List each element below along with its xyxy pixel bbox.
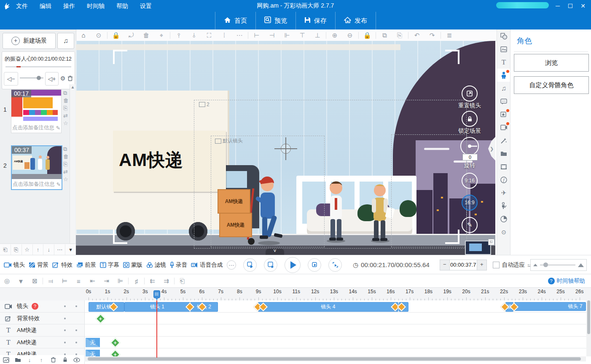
delete-scene-icon[interactable]: 🗑 — [63, 153, 69, 161]
camera-zone-default[interactable] — [211, 136, 325, 247]
scene-mini-preview[interactable] — [465, 241, 491, 255]
camera-segment[interactable]: 镜头 1 — [124, 302, 190, 312]
paste-icon[interactable]: ⎘ — [392, 32, 407, 39]
track-label-1[interactable]: 镜头? — [0, 300, 85, 312]
sidebar-scrollbar[interactable]: ▲ — [70, 84, 75, 255]
strip-animation-effect-icon[interactable] — [497, 134, 510, 147]
align-middle-icon[interactable]: ≡ — [72, 278, 86, 285]
mask-tool-button[interactable]: 蒙版 — [123, 261, 142, 269]
camera-tool-button[interactable]: 镜头 — [4, 261, 25, 269]
camera-segment[interactable]: 镜头 7 — [514, 302, 586, 311]
favorite-scene-icon[interactable]: ☆ — [63, 120, 69, 127]
strip-movie-icon[interactable] — [497, 160, 510, 173]
track-label-4[interactable]: TAM快递 — [0, 337, 85, 348]
rotate-value-input[interactable]: 0 — [462, 154, 478, 161]
track-option-dot[interactable] — [75, 329, 77, 331]
custom-bone-character-button[interactable]: 自定义骨骼角色 — [514, 76, 589, 94]
more-icon[interactable]: ⋯ — [54, 244, 65, 255]
scene-2-note[interactable]: 点击添加备注信息 ✎ — [12, 179, 62, 189]
track-label-2[interactable]: 背景特效 — [0, 313, 85, 324]
move-down-icon[interactable]: ↓ — [24, 357, 35, 363]
strip-effect-sticker-icon[interactable] — [497, 108, 510, 121]
track-label-3[interactable]: TAM快递 — [0, 324, 85, 336]
redo-icon[interactable]: ↷ — [424, 32, 440, 39]
effect-tool-button[interactable]: 特效 — [52, 261, 73, 269]
clear-selection-icon[interactable]: ⊠ — [28, 277, 42, 285]
subtitle-tool-button[interactable]: I字幕 — [100, 261, 119, 269]
record-tool-button[interactable]: 录音 — [170, 261, 187, 269]
tts-tool-button[interactable]: 文语音合成 — [191, 261, 223, 269]
align-end-icon[interactable]: ⊨ — [58, 277, 72, 285]
menu-item-2[interactable]: 编辑 — [34, 0, 57, 12]
stretch-end-icon[interactable]: ⇥ — [99, 277, 113, 285]
favorite-scene-icon[interactable]: ☆ — [63, 176, 69, 183]
duplicate-scene-icon[interactable]: ⧉ — [63, 89, 69, 97]
guide-vertical-icon[interactable]: ⦙ — [217, 32, 232, 39]
insert-scene-icon[interactable]: ⎗ — [0, 244, 11, 255]
volume-down-button[interactable]: ◁− — [4, 72, 18, 86]
timeline-zoom-slider[interactable] — [530, 259, 587, 271]
play-button[interactable] — [285, 257, 301, 273]
zoom-out-icon[interactable]: ⊖ — [342, 32, 357, 39]
nav-publish-button[interactable]: 发布 — [335, 12, 376, 29]
folder-icon[interactable] — [12, 357, 24, 362]
camera-target-crosshair[interactable] — [281, 144, 291, 154]
filter-icon[interactable]: ▼ — [14, 278, 28, 285]
ratio-9-16-button[interactable]: 9:16 — [462, 173, 478, 189]
audio-progress-bar[interactable] — [5, 66, 71, 67]
home-icon[interactable]: ⌂ — [76, 32, 91, 39]
zoom-slider-knob[interactable] — [543, 262, 548, 267]
track-option-dot[interactable] — [64, 305, 66, 307]
play-scene-from-start-button[interactable] — [243, 258, 257, 272]
strip-video-icon[interactable] — [497, 121, 510, 134]
track-option-dot[interactable] — [75, 305, 77, 307]
strip-chart-icon[interactable] — [497, 212, 510, 225]
align-start-icon[interactable]: ⫤ — [44, 277, 58, 285]
background-music-button[interactable]: ♫ — [57, 33, 74, 49]
add-effect-keyframe[interactable]: + — [96, 313, 106, 324]
camera-segment[interactable]: 镜头 4 — [258, 302, 398, 312]
menu-item-5[interactable]: 帮助 — [110, 0, 134, 12]
play-from-current-button[interactable] — [308, 258, 321, 272]
nav-home-button[interactable]: 首页 — [215, 12, 255, 29]
history-icon[interactable]: ≣ — [442, 32, 457, 39]
duration-value[interactable]: 00:00:37.7 — [450, 260, 477, 270]
collapse-icon[interactable]: ▾ — [65, 244, 76, 255]
align-bottom-icon[interactable]: ⊥ — [310, 32, 325, 39]
strip-subtitle-icon[interactable] — [497, 95, 510, 108]
export-scene-icon[interactable]: ⎘ — [63, 104, 69, 112]
lock-canvas-icon[interactable]: 🔒 — [360, 32, 375, 39]
strip-pose-character-icon[interactable] — [497, 199, 510, 212]
maximize-button[interactable]: ☐ — [564, 0, 577, 12]
distribute-horizontal-icon[interactable]: ⫰ — [186, 32, 201, 39]
align-right-icon[interactable]: ⊣ — [264, 32, 279, 39]
stage-canvas[interactable]: AM快递 AM快递 AM快递 — [76, 41, 495, 255]
play-scene-button[interactable] — [264, 258, 277, 272]
visibility-icon[interactable] — [71, 358, 83, 362]
pin-element-icon[interactable]: ⌖ — [154, 32, 169, 39]
zoom-in-icon[interactable]: ⊕ — [327, 32, 342, 39]
autofit-checkbox[interactable] — [493, 262, 500, 268]
lock-element-icon[interactable]: 🔒 — [108, 32, 124, 39]
strip-more-icon[interactable]: ⊙ — [497, 225, 510, 238]
track-option-dot[interactable] — [64, 329, 66, 331]
reset-camera-button[interactable] — [462, 86, 478, 102]
track-option-dot[interactable] — [75, 342, 77, 343]
scene-1-thumbnail[interactable]: 00:17 — [11, 90, 61, 123]
lock-scene-button[interactable] — [462, 111, 478, 127]
strip-text-icon[interactable]: T — [497, 56, 510, 69]
locate-playhead-icon[interactable]: ◎ — [0, 277, 14, 285]
strip-sound-icon[interactable]: ♫ — [497, 82, 510, 95]
add-animation-keyframe[interactable]: + — [110, 349, 120, 356]
close-button[interactable]: ✕ — [577, 0, 589, 12]
move-start-icon[interactable]: ⇤ — [86, 277, 99, 285]
background-tool-button[interactable]: 背景 — [29, 261, 48, 269]
timeline-help-link[interactable]: ? 时间轴帮助 — [548, 277, 586, 285]
shift-right-icon[interactable]: ⇉ — [159, 277, 173, 285]
rotate-element-icon[interactable]: ⤾ — [124, 32, 139, 39]
more-tools-icon[interactable]: ⋯ — [227, 260, 236, 270]
timeline-v-scrollbar[interactable] — [586, 300, 591, 356]
track-manager-icon[interactable]: ♯ — [129, 278, 143, 285]
strip-character-icon[interactable] — [497, 69, 510, 82]
browse-button[interactable]: 浏览 — [514, 54, 589, 72]
